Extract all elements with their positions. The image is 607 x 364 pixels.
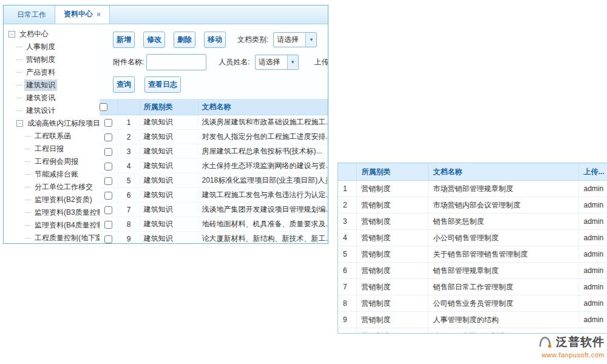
row-uploader: admin: [578, 263, 607, 279]
tree-item[interactable]: 分工单位工作移交: [8, 181, 104, 194]
select-all-cell: [100, 99, 118, 115]
row-category: 营销制度: [356, 279, 428, 295]
view-log-button[interactable]: 查看日志: [144, 76, 181, 93]
collapse-icon[interactable]: -: [16, 120, 23, 127]
row-checkbox[interactable]: [104, 206, 112, 214]
right-table-row[interactable]: 8营销制度公司销售业务员管理制度admin: [338, 295, 607, 312]
right-table-row[interactable]: 4营销制度小公司销售管理制度admin: [338, 230, 607, 246]
tree-item[interactable]: 建筑资讯: [8, 92, 104, 104]
tab-data-center[interactable]: 资料中心×: [55, 5, 110, 24]
row-category: 营销制度: [356, 214, 428, 230]
collapse-icon[interactable]: -: [8, 31, 15, 38]
doc-table-row[interactable]: 1建筑知识浅谈房屋建筑和市政基础设施工程施工...: [100, 115, 328, 130]
tree-item-label: 成渝高铁内江标段项目: [25, 118, 102, 129]
person-name-label: 人员姓名:: [219, 57, 249, 67]
tree-item[interactable]: 监理资料(B2资质): [8, 194, 104, 206]
row-number: 8: [118, 217, 140, 232]
right-table-row[interactable]: 5营销制度关于销售部管理销售管理制度admin: [338, 246, 607, 263]
tree-item[interactable]: 建筑设计: [8, 104, 104, 117]
tree-item[interactable]: 建筑知识: [8, 79, 104, 92]
row-doc-name: 水土保持生态环境监测网络的建设与资...: [198, 159, 328, 174]
query-button[interactable]: 查询: [113, 76, 135, 93]
tree-item-label: 监理资料(B4质量控制): [33, 220, 104, 231]
tree-item[interactable]: -文档中心: [8, 28, 104, 41]
right-table-row[interactable]: 1营销制度市场营销部管理规章制度admin: [338, 181, 607, 197]
row-checkbox[interactable]: [104, 235, 112, 243]
tree-item[interactable]: 人事制度: [8, 41, 104, 53]
fanpu-logo-icon: [537, 334, 553, 350]
right-table-row[interactable]: 3营销制度销售部奖惩制度admin: [338, 214, 607, 230]
footer-brand: 泛普软件 www.fanpusoft.com: [537, 334, 605, 359]
doc-type-select-value: 请选择: [274, 35, 305, 45]
tree-connector: [16, 47, 22, 47]
right-table-row[interactable]: 6营销制度销售部管理规章制度admin: [338, 263, 607, 279]
row-doc-name: 市场营销部管理规章制度: [428, 181, 578, 197]
tree-item-label: 工程联系函: [33, 130, 73, 142]
row-checkbox[interactable]: [104, 163, 112, 170]
right-table-row[interactable]: 9营销制度人事管理制度的结构admin: [338, 312, 607, 328]
toolbar: 新增修改删除移动 文档类别: 请选择 ▼ 文档 附件名称: 人员姓名: 请选择 …: [100, 24, 328, 99]
content-area: 新增修改删除移动 文档类别: 请选择 ▼ 文档 附件名称: 人员姓名: 请选择 …: [100, 24, 328, 243]
doc-table-row[interactable]: 7建筑知识浅谈地产集团开发建设项目管理规划编...: [100, 203, 328, 217]
tree-item-label: 产品资料: [24, 67, 57, 78]
row-number: 7: [338, 279, 356, 295]
tab-label: 日常工作: [17, 10, 46, 20]
row-checkbox[interactable]: [104, 148, 112, 156]
tree-item[interactable]: 产品资料: [8, 66, 104, 79]
add-button[interactable]: 新增: [113, 32, 135, 48]
tree-connector: [25, 212, 30, 213]
doc-table-row[interactable]: 8建筑知识地砖地面材料、机具准备、质量要求及...: [100, 217, 328, 232]
tree-item[interactable]: 工程联系函: [8, 130, 104, 143]
row-checkbox[interactable]: [104, 192, 112, 200]
tree-item[interactable]: -成渝高铁内江标段项目: [8, 117, 104, 130]
doc-table-row[interactable]: 5建筑知识2018标准化监理项目部(业主项目部)人员...: [100, 174, 328, 188]
number-column-header: [118, 99, 140, 115]
tree-item-label: 建筑设计: [24, 105, 57, 116]
row-checkbox[interactable]: [104, 133, 112, 141]
tab-daily-work[interactable]: 日常工作: [8, 5, 55, 24]
tree-item[interactable]: 工程日报: [8, 143, 104, 155]
brand-row: 泛普软件: [537, 334, 605, 350]
row-category: 建筑知识: [140, 188, 198, 203]
marketing-docs-table: 所属别类 文档名称 上传... 1营销制度市场营销部管理规章制度admin2营销…: [337, 163, 607, 334]
move-button[interactable]: 移动: [204, 32, 226, 48]
right-table-header-row: 所属别类 文档名称 上传...: [338, 163, 607, 181]
tree-item[interactable]: 节能减排台账: [8, 168, 104, 181]
edit-button[interactable]: 修改: [143, 32, 165, 48]
row-number: 6: [338, 263, 356, 279]
row-checkbox[interactable]: [104, 221, 112, 229]
tree-item[interactable]: 监理资料(B4质量控制): [8, 219, 104, 232]
doc-table-row[interactable]: 3建筑知识房屋建筑工程总承包投标书(技术标)...: [100, 144, 328, 159]
row-doc-name: 房屋建筑工程总承包投标书(技术标)...: [198, 144, 328, 159]
tree-item[interactable]: 工程质量控制(地下室): [8, 232, 104, 243]
delete-button[interactable]: 删除: [174, 32, 195, 48]
select-all-checkbox[interactable]: [100, 103, 107, 111]
doc-table-row[interactable]: 6建筑知识建筑工程施工发包与承包违法行为认定...: [100, 188, 328, 203]
doc-table-row[interactable]: 2建筑知识对发包人指定分包的工程施工进度安排...: [100, 130, 328, 144]
row-checkbox[interactable]: [104, 177, 112, 185]
number-column-header: [338, 163, 356, 181]
right-table-row[interactable]: 7营销制度销售部日常工作管理制度admin: [338, 279, 607, 295]
doc-table-row[interactable]: 9建筑知识论大厦新材料、新结构、新技术、新工...: [100, 232, 328, 244]
row-checkbox[interactable]: [104, 119, 112, 127]
toolbar-row-actions: 新增修改删除移动 文档类别: 请选择 ▼ 文档: [113, 32, 328, 48]
tree-connector: [25, 149, 30, 149]
row-doc-name: 关于销售部管理销售管理制度: [428, 246, 578, 263]
tree-item[interactable]: 监理资料(B3质量控制): [8, 206, 104, 219]
row-category: 建筑知识: [140, 232, 198, 244]
tree-connector: [16, 85, 22, 86]
doc-type-select[interactable]: 请选择 ▼: [273, 32, 317, 47]
document-center-window: 日常工作资料中心× -文档中心人事制度营销制度产品资料建筑知识建筑资讯建筑设计-…: [3, 5, 328, 244]
attachment-name-input[interactable]: [146, 54, 206, 70]
doc-table-row[interactable]: 4建筑知识水土保持生态环境监测网络的建设与资...: [100, 159, 328, 174]
tree-item-label: 文档中心: [18, 29, 50, 40]
tab-close-icon[interactable]: ×: [97, 11, 101, 18]
right-table-row[interactable]: 10营销制度公司员工考勤管理制度admin: [338, 328, 607, 334]
right-table-row[interactable]: 2营销制度市场营销内部会议管理制度admin: [338, 197, 607, 214]
row-number: 1: [118, 115, 140, 130]
tree-item[interactable]: 营销制度: [8, 53, 104, 66]
person-name-select[interactable]: 请选择 ▼: [255, 55, 299, 70]
tree-item[interactable]: 工程例会周报: [8, 155, 104, 168]
chevron-down-icon: ▼: [287, 55, 298, 69]
tree-item-label: 分工单位工作移交: [33, 181, 95, 193]
